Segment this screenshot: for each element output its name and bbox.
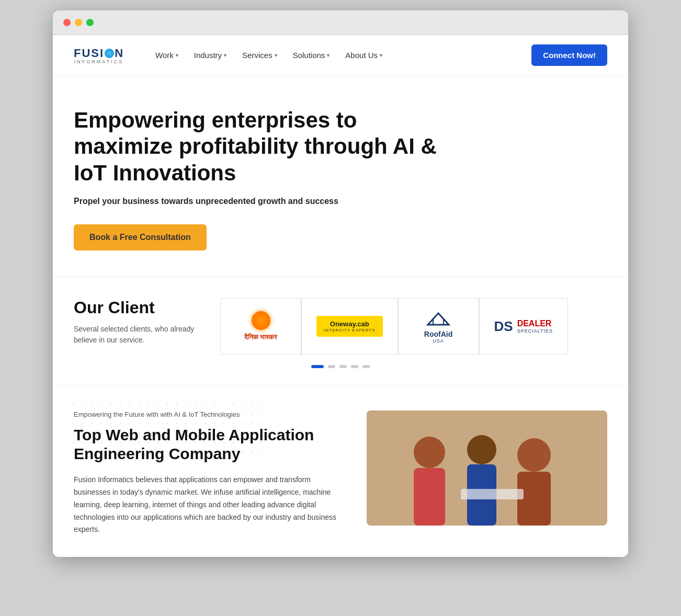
bottom-right-image bbox=[367, 410, 607, 526]
nav-solutions-label: Solutions bbox=[293, 51, 325, 60]
db-text: दैनिक भास्कर bbox=[244, 333, 277, 341]
hero-section: Empowering enterprises to maximize profi… bbox=[53, 76, 628, 277]
client-logo-oneway: Oneway.cab INTERCITY EXPERTS bbox=[301, 298, 398, 355]
nav-about-label: About Us bbox=[345, 51, 378, 60]
carousel-dot-1[interactable] bbox=[311, 365, 324, 368]
navbar: FUSIN INFORMATICS Work ▾ Industry ▾ Serv… bbox=[53, 35, 628, 76]
close-button[interactable] bbox=[63, 19, 71, 26]
oneway-sub-text: INTERCITY EXPERTS bbox=[324, 328, 376, 333]
clients-inner: Our Client Several selected clients, who… bbox=[74, 298, 607, 355]
clients-desc: Several selected clients, who already be… bbox=[74, 324, 205, 346]
bottom-section: Empowering the Future with with AI & IoT… bbox=[53, 384, 628, 557]
svg-marker-0 bbox=[428, 313, 449, 325]
chevron-down-icon: ▾ bbox=[380, 52, 382, 58]
roofaid-text: RoofAid bbox=[424, 330, 452, 338]
logo[interactable]: FUSIN INFORMATICS bbox=[74, 47, 124, 64]
logo-sub: INFORMATICS bbox=[74, 59, 124, 64]
carousel-dot-4[interactable] bbox=[351, 365, 358, 368]
page-content: FUSIN INFORMATICS Work ▾ Industry ▾ Serv… bbox=[53, 35, 628, 557]
hero-subtitle: Propel your business towards unprecedent… bbox=[74, 197, 607, 206]
carousel-dot-5[interactable] bbox=[362, 365, 370, 368]
ds-text-part: DEALER SPECIALTIES bbox=[517, 319, 553, 334]
nav-item-solutions[interactable]: Solutions ▾ bbox=[293, 51, 330, 60]
nav-item-services[interactable]: Services ▾ bbox=[242, 51, 277, 60]
carousel-dot-3[interactable] bbox=[339, 365, 347, 368]
oneway-logo: Oneway.cab INTERCITY EXPERTS bbox=[316, 316, 383, 337]
book-consultation-button[interactable]: Book a Free Consultation bbox=[74, 224, 207, 250]
browser-chrome bbox=[53, 10, 628, 35]
bottom-left: Empowering the Future with with AI & IoT… bbox=[74, 410, 346, 536]
connect-now-button[interactable]: Connect Now! bbox=[531, 44, 607, 66]
maximize-button[interactable] bbox=[86, 19, 94, 26]
minimize-button[interactable] bbox=[75, 19, 82, 26]
chevron-down-icon: ▾ bbox=[275, 52, 277, 58]
clients-title: Our Client bbox=[74, 298, 205, 317]
clients-text: Our Client Several selected clients, who… bbox=[74, 298, 205, 346]
nav-item-about[interactable]: About Us ▾ bbox=[345, 51, 382, 60]
roofaid-sub: USA bbox=[433, 338, 444, 344]
nav-services-label: Services bbox=[242, 51, 273, 60]
nav-item-industry[interactable]: Industry ▾ bbox=[194, 51, 226, 60]
ds-specialties-text: SPECIALTIES bbox=[517, 328, 553, 334]
clients-section: Our Client Several selected clients, who… bbox=[53, 277, 628, 384]
bottom-body: Fusion Informatics believes that applica… bbox=[74, 474, 346, 536]
ds-dealer-text: DEALER bbox=[517, 319, 553, 328]
bottom-title: Top Web and Mobile Application Engineeri… bbox=[74, 426, 346, 463]
bottom-eyebrow: Empowering the Future with with AI & IoT… bbox=[74, 410, 346, 418]
browser-window: FUSIN INFORMATICS Work ▾ Industry ▾ Serv… bbox=[53, 10, 628, 557]
chevron-down-icon: ▾ bbox=[224, 52, 226, 58]
hero-title: Empowering enterprises to maximize profi… bbox=[74, 107, 440, 186]
logo-text: FUSIN bbox=[74, 47, 124, 60]
ds-badge-text: DS bbox=[494, 318, 513, 335]
chevron-down-icon: ▾ bbox=[327, 52, 330, 58]
ds-logo: DS DEALER SPECIALTIES bbox=[494, 318, 553, 335]
carousel-dots bbox=[74, 365, 607, 368]
bottom-inner: Empowering the Future with with AI & IoT… bbox=[74, 410, 607, 536]
logo-icon bbox=[105, 49, 114, 58]
clients-logos: दैनिक भास्कर Oneway.cab INTERCITY EXPERT… bbox=[220, 298, 607, 355]
nav-links: Work ▾ Industry ▾ Services ▾ Solutions ▾… bbox=[155, 51, 531, 60]
oneway-top-text: Oneway.cab bbox=[330, 320, 369, 328]
nav-work-label: Work bbox=[155, 51, 174, 60]
dainik-bhaskar-logo: दैनिक भास्कर bbox=[244, 311, 277, 341]
client-logo-ds: DS DEALER SPECIALTIES bbox=[479, 298, 568, 355]
nav-item-work[interactable]: Work ▾ bbox=[155, 51, 178, 60]
carousel-dot-2[interactable] bbox=[328, 365, 335, 368]
team-image bbox=[367, 410, 607, 526]
nav-industry-label: Industry bbox=[194, 51, 222, 60]
client-logo-roofaid: RoofAid USA bbox=[398, 298, 479, 355]
client-logo-dainik-bhaskar: दैनिक भास्कर bbox=[220, 298, 301, 355]
roofaid-icon bbox=[423, 309, 454, 330]
roofaid-logo: RoofAid USA bbox=[423, 309, 454, 344]
chevron-down-icon: ▾ bbox=[176, 52, 178, 58]
db-sun-icon bbox=[252, 311, 270, 330]
